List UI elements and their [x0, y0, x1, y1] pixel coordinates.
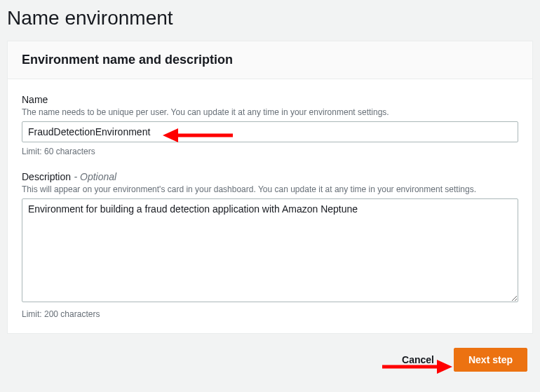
name-limit: Limit: 60 characters [22, 147, 518, 156]
actions-row: Cancel Next step [7, 348, 533, 372]
description-input[interactable] [22, 198, 518, 302]
cancel-button[interactable]: Cancel [391, 349, 445, 371]
panel-body: Name The name needs to be unique per use… [8, 79, 532, 333]
name-hint: The name needs to be unique per user. Yo… [22, 107, 518, 117]
description-limit: Limit: 200 characters [22, 309, 518, 319]
description-label: Description [22, 171, 71, 182]
page-title: Name environment [7, 7, 533, 29]
panel-header: Environment name and description [8, 41, 532, 79]
next-step-button[interactable]: Next step [454, 348, 527, 372]
description-field-group: Description - Optional This will appear … [22, 170, 518, 319]
name-input[interactable] [22, 121, 518, 142]
name-label: Name [22, 94, 48, 105]
name-field-group: Name The name needs to be unique per use… [22, 93, 518, 156]
description-hint: This will appear on your environment's c… [22, 184, 518, 194]
description-optional: - Optional [74, 171, 116, 182]
panel-title: Environment name and description [22, 53, 518, 67]
env-panel: Environment name and description Name Th… [7, 41, 533, 334]
